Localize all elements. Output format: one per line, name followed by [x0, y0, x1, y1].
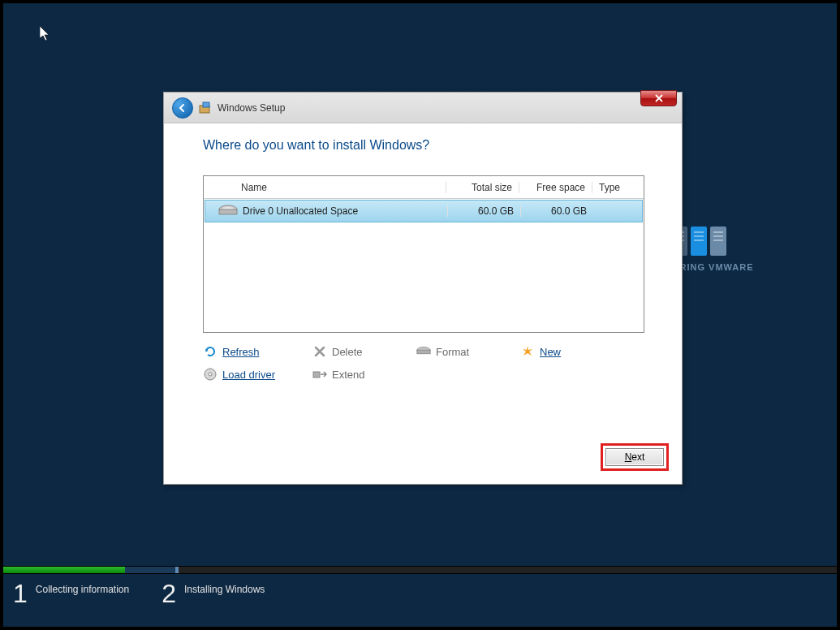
titlebar: Windows Setup [164, 93, 682, 123]
delete-icon [312, 344, 327, 359]
step-1-num: 1 [13, 580, 28, 606]
svg-rect-4 [219, 209, 237, 214]
svg-rect-9 [313, 372, 320, 378]
drive-icon [218, 205, 238, 218]
table-header: Name Total size Free space Type [204, 176, 644, 199]
refresh-icon [203, 344, 218, 359]
window-title: Windows Setup [218, 102, 285, 114]
format-icon [416, 344, 431, 359]
extend-label: Extend [332, 369, 364, 381]
delete-link: Delete [312, 344, 416, 359]
extend-icon [312, 367, 327, 382]
row-name: Drive 0 Unallocated Space [236, 205, 447, 217]
svg-point-8 [209, 373, 212, 376]
new-icon [520, 344, 535, 359]
disk-table: Name Total size Free space Type [203, 175, 644, 333]
svg-rect-1 [203, 102, 209, 107]
next-button[interactable]: Next [605, 448, 664, 466]
setup-icon [198, 101, 213, 115]
next-label-rest: ext [631, 451, 644, 463]
load-driver-icon [203, 367, 218, 382]
step-1: 1 Collecting information [13, 580, 129, 606]
step-1-label: Collecting information [36, 580, 129, 595]
step-2-num: 2 [162, 580, 176, 606]
svg-rect-6 [417, 350, 430, 354]
page-heading: Where do you want to install Windows? [203, 138, 643, 153]
close-button[interactable] [640, 90, 677, 106]
table-row[interactable]: Drive 0 Unallocated Space 60.0 GB 60.0 G… [205, 200, 643, 222]
refresh-link[interactable]: Refresh [203, 344, 312, 359]
extend-link: Extend [312, 367, 416, 382]
col-total[interactable]: Total size [446, 182, 519, 193]
progress-area: 1 Collecting information 2 Installing Wi… [3, 566, 837, 627]
row-total: 60.0 GB [447, 205, 520, 217]
new-label: New [540, 346, 561, 358]
new-link[interactable]: New [520, 344, 624, 359]
progress-complete [3, 567, 125, 573]
load-driver-label: Load driver [222, 369, 275, 381]
row-free: 60.0 GB [520, 205, 593, 217]
refresh-label: Refresh [222, 346, 260, 358]
delete-label: Delete [332, 346, 363, 358]
progress-bar [3, 566, 837, 574]
col-type[interactable]: Type [592, 182, 644, 193]
load-driver-link[interactable]: Load driver [203, 367, 312, 382]
col-name[interactable]: Name [235, 182, 446, 193]
format-label: Format [436, 346, 469, 358]
back-button[interactable] [172, 97, 193, 119]
next-highlight: Next [601, 443, 669, 471]
format-link: Format [416, 344, 520, 359]
step-2-label: Installing Windows [184, 580, 265, 595]
step-2: 2 Installing Windows [162, 580, 265, 606]
setup-dialog: Windows Setup Where do you want to insta… [163, 92, 683, 485]
col-free[interactable]: Free space [519, 182, 592, 193]
